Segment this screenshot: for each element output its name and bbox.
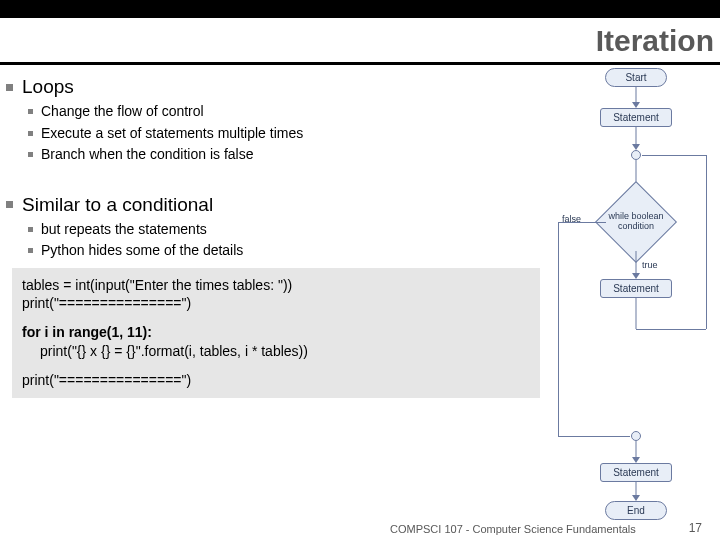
list-item: Execute a set of statements multiple tim…	[28, 125, 546, 143]
item-text: Change the flow of control	[41, 103, 204, 121]
flow-line	[636, 126, 637, 146]
footer-course: COMPSCI 107 - Computer Science Fundament…	[390, 523, 636, 535]
code-line: tables = int(input("Enter the times tabl…	[22, 276, 530, 295]
code-line: print("{} x {} = {}".format(i, tables, i…	[22, 342, 530, 361]
heading-text: Loops	[22, 76, 74, 98]
heading-text: Similar to a conditional	[22, 194, 213, 216]
flow-statement: Statement	[600, 279, 672, 298]
flow-junction	[631, 431, 641, 441]
footer-page-number: 17	[689, 521, 702, 535]
code-block: tables = int(input("Enter the times tabl…	[12, 268, 540, 398]
title-rule	[0, 62, 720, 65]
flow-end: End	[605, 501, 667, 520]
bullet-icon	[28, 227, 33, 232]
section-heading: Similar to a conditional	[6, 194, 546, 216]
bullet-icon	[28, 131, 33, 136]
flow-line	[558, 436, 630, 437]
bullet-icon	[28, 248, 33, 253]
bullet-icon	[28, 109, 33, 114]
flowchart: Start Statement while booleancondition f…	[556, 68, 716, 516]
code-line: print("===============")	[22, 294, 530, 313]
flow-line	[642, 155, 706, 156]
flow-label-true: true	[642, 260, 658, 270]
section-heading: Loops	[6, 76, 546, 98]
item-text: Execute a set of statements multiple tim…	[41, 125, 303, 143]
flow-line	[636, 297, 637, 329]
list-item: Change the flow of control	[28, 103, 546, 121]
flow-line	[706, 155, 707, 329]
bullet-icon	[6, 201, 13, 208]
slide-title: Iteration	[596, 24, 714, 58]
item-text: but repeats the statements	[41, 221, 207, 239]
flow-line	[558, 222, 606, 223]
top-bar	[0, 0, 720, 18]
list-item: Python hides some of the details	[28, 242, 546, 260]
flow-line	[636, 329, 706, 330]
item-text: Python hides some of the details	[41, 242, 243, 260]
flow-start: Start	[605, 68, 667, 87]
code-line: for i in range(1, 11):	[22, 323, 530, 342]
list-item: Branch when the condition is false	[28, 146, 546, 164]
flow-statement: Statement	[600, 108, 672, 127]
flow-junction	[631, 150, 641, 160]
code-line: print("===============")	[22, 371, 530, 390]
flow-line	[558, 222, 559, 436]
bullet-icon	[6, 84, 13, 91]
content-area: Loops Change the flow of control Execute…	[6, 72, 546, 398]
list-item: but repeats the statements	[28, 221, 546, 239]
flow-line	[636, 251, 637, 275]
bullet-icon	[28, 152, 33, 157]
item-text: Branch when the condition is false	[41, 146, 253, 164]
flow-statement: Statement	[600, 463, 672, 482]
flow-decision-text: while booleancondition	[601, 212, 671, 232]
